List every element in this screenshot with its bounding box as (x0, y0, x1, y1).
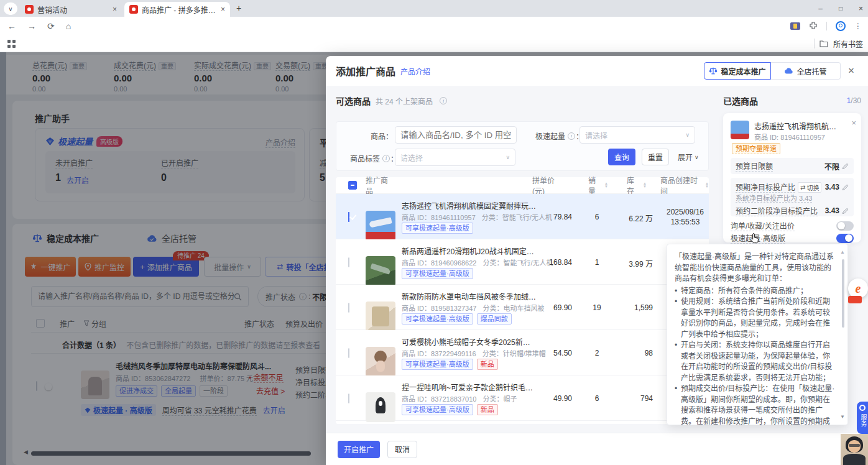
browser-menu-kebab-icon[interactable]: ⋮ (854, 22, 862, 30)
roi-fields-box: 预期净目标投产比 ⇄切换 3.43 系统净目标投产比为 3.43 预约二阶段净目… (731, 178, 854, 216)
row-checkbox[interactable] (348, 257, 349, 267)
row-checkbox[interactable] (348, 394, 349, 403)
row-product-title[interactable]: 志扬遥控飞机滑翔机航模固定翼耐摔玩具泡沫电动充电... (402, 200, 537, 211)
cancel-button[interactable]: 取消 (387, 441, 417, 458)
start-promotion-button[interactable]: 开启推广 (338, 441, 380, 458)
speed-boost-tag: 可享极速起量·高级版 (402, 223, 473, 234)
speed-boost-tag: 可享极速起量·高级版 (402, 268, 473, 279)
apps-grid-icon[interactable] (7, 40, 16, 48)
all-bookmarks-label[interactable]: 所有书签 (833, 39, 863, 49)
reload-icon[interactable]: ⟳ (47, 21, 55, 31)
select-all-checkbox[interactable] (348, 181, 357, 190)
scroll-down-icon[interactable]: ▼ (840, 412, 845, 423)
floating-logo[interactable]: e (848, 279, 868, 306)
remove-selected-icon[interactable]: × (851, 118, 856, 127)
chevron-down-icon: ∨ (695, 154, 699, 160)
new-tab-button[interactable]: + (236, 3, 241, 13)
screen: ∨ 营销活动 × 商品推广 - 拼多多推广平台 × + – □ × ← → ⟳ … (0, 0, 868, 465)
column-stock[interactable]: 库存 (627, 175, 641, 196)
goods-row[interactable]: 捏一捏哇叽响~可爱亲子款企鹅针织毛绒绒护耳帽有弹... 商品 ID：837218… (336, 375, 709, 421)
logo-glyph: e (856, 282, 861, 296)
tooltip-bullet: 使用规则：系统结合推广当前所处阶段和近期拿量水平判断是否符合使用条件。若系统可较… (675, 297, 835, 340)
tab-close-icon[interactable]: × (221, 5, 225, 14)
logo-ribbon (848, 296, 862, 303)
swap-icon: ⇄ (800, 184, 805, 191)
service-floating-button[interactable]: 服务 (857, 402, 868, 434)
home-icon[interactable]: ⌂ (66, 21, 71, 31)
window-close-button[interactable]: × (859, 4, 863, 13)
row-product-title[interactable]: 捏一捏哇叽响~可爱亲子款企鹅针织毛绒绒护耳帽有弹... (402, 382, 537, 392)
row-checkbox[interactable] (348, 348, 349, 358)
inquiry-bid-toggle[interactable] (836, 221, 854, 231)
new-item-tag: 新品 (477, 359, 498, 370)
info-icon[interactable]: i (568, 132, 575, 140)
speed-boost-row: 极速起量·高级版 (731, 233, 854, 244)
scroll-up-icon[interactable]: ▲ (840, 247, 845, 258)
goods-row[interactable]: 新品两通遥杆20滑翔机J20战斗机固定翼电动摆饰航模遥... 商品 ID：819… (336, 239, 709, 285)
query-button[interactable]: 查询 (608, 149, 635, 165)
product-thumbnail (366, 392, 395, 422)
extensions-puzzle-icon[interactable] (809, 22, 818, 30)
browser-tab-strip: ∨ 营销活动 × 商品推广 - 拼多多推广平台 × + – □ × (0, 0, 868, 17)
product-thumbnail (366, 302, 395, 331)
forward-icon[interactable]: → (27, 21, 36, 31)
tooltip-bullet: 开启与关闭：系统支持你以商品维度自行开启或者关闭极速起量功能，为保障起量体验，你… (675, 340, 835, 384)
expand-toggle[interactable]: 展开 ∨ (678, 152, 699, 162)
row-product-title[interactable]: 新款防雨防水罩电动车挡风被冬季加绒加厚电瓶摩托全... (402, 291, 537, 302)
speed-boost-tooltip: 「极速起量·高级版」是一种针对特定商品通过系统智能出价快速商品施量的工具，使用该… (667, 244, 848, 425)
window-maximize-button[interactable]: □ (839, 5, 843, 12)
edit-pencil-icon[interactable] (842, 184, 849, 191)
speed-filter-select[interactable]: 请选择 ∨ (579, 126, 695, 144)
goods-filter-input[interactable] (395, 126, 517, 144)
row-product-title[interactable]: 可爱樱桃小熊毛绒帽子女冬季2025新款加绒加厚保暖防... (402, 336, 537, 347)
column-sales[interactable]: 销量 (588, 175, 603, 196)
switch-mode-button[interactable]: ⇄切换 (798, 182, 821, 193)
speed-boost-tag: 可享极速起量·高级版 (402, 404, 473, 415)
edit-pencil-icon[interactable] (842, 208, 849, 214)
tab-search-icon[interactable]: ∨ (4, 2, 17, 15)
info-icon[interactable]: i (382, 155, 390, 162)
info-icon[interactable]: i (440, 97, 447, 104)
tab-close-icon[interactable]: × (113, 5, 117, 14)
row-product-category: 分类：帽子 (482, 395, 517, 403)
sort-icons: ▲▼ (604, 182, 608, 188)
extension-icon[interactable] (790, 22, 800, 30)
back-icon[interactable]: ← (7, 21, 16, 31)
tag-filter-select[interactable]: 请选择 ∨ (395, 149, 515, 166)
goods-row[interactable]: 志扬遥控飞机滑翔机航模固定翼耐摔玩具泡沫电动充电... 商品 ID：819461… (336, 194, 709, 239)
row-checkbox[interactable] (348, 303, 349, 313)
row-product-id: 商品 ID：837229499116 (402, 350, 476, 357)
field-label: 预算日限额 (736, 160, 773, 172)
speed-filter-label: 极速起量 (535, 131, 565, 141)
row-sales: 6 (584, 394, 609, 403)
expected-volume-tag: 预期夺量降速 (732, 143, 780, 154)
browser-tab-1[interactable]: 营销活动 × (20, 2, 122, 17)
selected-goods-header: 已选商品 1/30 (723, 94, 861, 107)
divider (814, 39, 815, 48)
reset-button[interactable]: 重置 (642, 149, 669, 165)
expand-label: 展开 (678, 152, 693, 162)
mode-full-hosting-button[interactable]: 全店托管 (771, 62, 841, 80)
tooltip-bullet: 预期成交出价/目标投产比：在使用「极速起量·高级版」期间你所期望的成本。即，你预… (675, 384, 835, 425)
window-minimize-button[interactable]: – (818, 4, 823, 13)
edit-pencil-icon[interactable] (842, 163, 849, 170)
product-intro-link[interactable]: 产品介绍 (400, 66, 430, 76)
product-thumbnail (366, 211, 395, 241)
speed-boost-toggle[interactable] (836, 234, 854, 243)
goods-row[interactable]: 新款防雨防水罩电动车挡风被冬季加绒加厚电瓶摩托全... 商品 ID：819581… (336, 285, 709, 330)
hot-item-tag: 爆品同款 (477, 313, 512, 325)
profile-avatar-icon[interactable] (836, 21, 846, 31)
row-stock: 3.99 万 (619, 258, 653, 269)
column-created[interactable]: 商品创建时间 (660, 175, 703, 196)
row-product-title[interactable]: 新品两通遥杆20滑翔机J20战斗机固定翼电动摆饰航模遥... (402, 246, 537, 256)
modal-footer: 开启推广 取消 (326, 433, 868, 465)
tooltip-scrollbar[interactable] (842, 259, 844, 328)
row-checkbox[interactable] (348, 212, 349, 222)
row-sales: 19 (584, 303, 609, 312)
modal-close-icon[interactable]: × (848, 65, 854, 77)
product-thumbnail (731, 121, 749, 139)
mode-stable-cost-button[interactable]: 稳定成本推广 (704, 62, 771, 80)
browser-tab-2-active[interactable]: 商品推广 - 拼多多推广平台 × (124, 2, 230, 17)
webcam-overlay (841, 434, 868, 465)
goods-row[interactable]: 可爱樱桃小熊毛绒帽子女冬季2025新款加绒加厚保暖防... 商品 ID：8372… (336, 330, 709, 375)
